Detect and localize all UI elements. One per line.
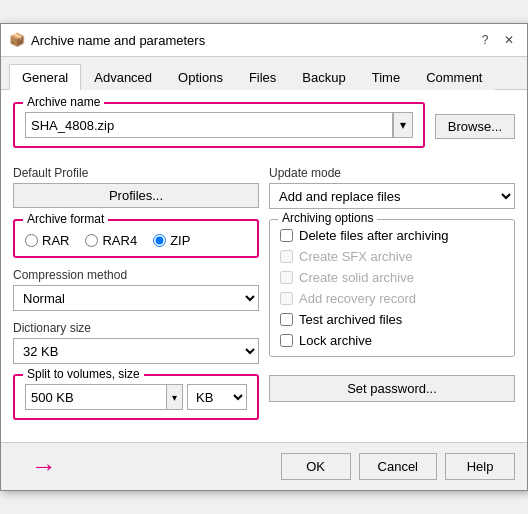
- format-rar-label: RAR: [42, 233, 69, 248]
- arrow-hint: →: [31, 451, 57, 482]
- update-mode-col: Update mode Add and replace files Update…: [269, 166, 515, 209]
- archive-name-group: Archive name ▾: [13, 102, 425, 148]
- option-solid-label: Create solid archive: [299, 270, 414, 285]
- split-row: ▾ B KB MB GB: [25, 384, 247, 410]
- archive-name-input[interactable]: [25, 112, 393, 138]
- option-recovery-label: Add recovery record: [299, 291, 416, 306]
- window-title: Archive name and parameters: [31, 33, 469, 48]
- dictionary-size-select[interactable]: 32 KB 64 KB 128 KB 256 KB: [13, 338, 259, 364]
- set-password-button[interactable]: Set password...: [269, 375, 515, 402]
- split-unit-select[interactable]: B KB MB GB: [187, 384, 247, 410]
- footer: → OK Cancel Help: [1, 442, 527, 490]
- tab-time[interactable]: Time: [359, 64, 413, 90]
- browse-button[interactable]: Browse...: [435, 114, 515, 139]
- option-test-checkbox[interactable]: [280, 313, 293, 326]
- tab-options[interactable]: Options: [165, 64, 236, 90]
- archive-format-group: Archive format RAR RAR4 ZIP: [13, 219, 259, 258]
- ok-button[interactable]: OK: [281, 453, 351, 480]
- archive-name-label: Archive name: [23, 95, 104, 109]
- help-button[interactable]: ?: [475, 30, 495, 50]
- tab-comment[interactable]: Comment: [413, 64, 495, 90]
- format-rar-radio[interactable]: [25, 234, 38, 247]
- format-zip-label: ZIP: [170, 233, 190, 248]
- close-button[interactable]: ✕: [499, 30, 519, 50]
- format-rar4-radio[interactable]: [85, 234, 98, 247]
- dictionary-size-section: Dictionary size 32 KB 64 KB 128 KB 256 K…: [13, 321, 259, 364]
- option-sfx-label: Create SFX archive: [299, 249, 412, 264]
- archive-name-dropdown-btn[interactable]: ▾: [393, 112, 413, 138]
- option-lock-checkbox[interactable]: [280, 334, 293, 347]
- option-delete-files[interactable]: Delete files after archiving: [280, 228, 504, 243]
- top-row: Archive name ▾ Browse...: [13, 102, 515, 158]
- archiving-options-col: Archiving options Delete files after arc…: [269, 219, 515, 420]
- main-window: 📦 Archive name and parameters ? ✕ Genera…: [0, 23, 528, 491]
- option-lock-label: Lock archive: [299, 333, 372, 348]
- archive-name-section: Archive name ▾: [13, 102, 425, 158]
- option-recovery-checkbox[interactable]: [280, 292, 293, 305]
- option-solid-archive[interactable]: Create solid archive: [280, 270, 504, 285]
- archive-format-col: Archive format RAR RAR4 ZIP: [13, 219, 259, 420]
- tab-backup[interactable]: Backup: [289, 64, 358, 90]
- tab-bar: General Advanced Options Files Backup Ti…: [1, 57, 527, 90]
- tab-general[interactable]: General: [9, 64, 81, 90]
- format-radio-group: RAR RAR4 ZIP: [25, 229, 247, 248]
- format-rar4[interactable]: RAR4: [85, 233, 137, 248]
- compression-method-section: Compression method Store Fastest Fast No…: [13, 268, 259, 311]
- format-rar4-label: RAR4: [102, 233, 137, 248]
- option-sfx-archive[interactable]: Create SFX archive: [280, 249, 504, 264]
- window-controls: ? ✕: [475, 30, 519, 50]
- tab-advanced[interactable]: Advanced: [81, 64, 165, 90]
- format-options-row: Archive format RAR RAR4 ZIP: [13, 219, 515, 420]
- compression-method-select[interactable]: Store Fastest Fast Normal Good Best: [13, 285, 259, 311]
- default-profile-label: Default Profile: [13, 166, 259, 180]
- archiving-options-checkboxes: Delete files after archiving Create SFX …: [280, 228, 504, 348]
- title-bar: 📦 Archive name and parameters ? ✕: [1, 24, 527, 57]
- option-test-files[interactable]: Test archived files: [280, 312, 504, 327]
- split-value-input[interactable]: [25, 384, 166, 410]
- format-zip[interactable]: ZIP: [153, 233, 190, 248]
- option-lock-archive[interactable]: Lock archive: [280, 333, 504, 348]
- cancel-button[interactable]: Cancel: [359, 453, 437, 480]
- help-footer-button[interactable]: Help: [445, 453, 515, 480]
- update-mode-label: Update mode: [269, 166, 515, 180]
- format-zip-radio[interactable]: [153, 234, 166, 247]
- archive-name-wrapper: ▾: [25, 112, 413, 138]
- option-delete-files-checkbox[interactable]: [280, 229, 293, 242]
- update-mode-select[interactable]: Add and replace files Update and add fil…: [269, 183, 515, 209]
- tab-files[interactable]: Files: [236, 64, 289, 90]
- split-dropdown-btn[interactable]: ▾: [166, 384, 183, 410]
- split-volumes-group: Split to volumes, size ▾ B KB MB GB: [13, 374, 259, 420]
- compression-method-label: Compression method: [13, 268, 259, 282]
- split-input-wrapper: ▾: [25, 384, 183, 410]
- profile-update-row: Default Profile Profiles... Update mode …: [13, 166, 515, 209]
- archiving-options-label: Archiving options: [278, 211, 377, 225]
- option-delete-files-label: Delete files after archiving: [299, 228, 449, 243]
- tab-content: Archive name ▾ Browse... Default Profile…: [1, 90, 527, 442]
- option-solid-checkbox[interactable]: [280, 271, 293, 284]
- archiving-options-group: Archiving options Delete files after arc…: [269, 219, 515, 357]
- option-sfx-checkbox[interactable]: [280, 250, 293, 263]
- option-recovery-record[interactable]: Add recovery record: [280, 291, 504, 306]
- option-test-label: Test archived files: [299, 312, 402, 327]
- dictionary-size-label: Dictionary size: [13, 321, 259, 335]
- profiles-button[interactable]: Profiles...: [13, 183, 259, 208]
- archive-format-label: Archive format: [23, 212, 108, 226]
- window-icon: 📦: [9, 32, 25, 48]
- default-profile-col: Default Profile Profiles...: [13, 166, 259, 209]
- split-volumes-label: Split to volumes, size: [23, 367, 144, 381]
- format-rar[interactable]: RAR: [25, 233, 69, 248]
